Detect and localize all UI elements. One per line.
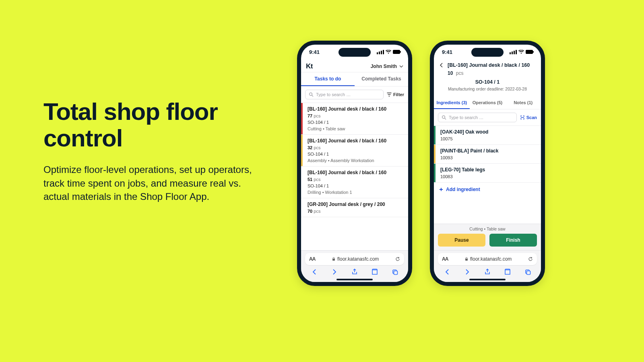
ingredient-qty: 10083 [440, 174, 536, 179]
url-bar[interactable]: AA floor.katanasfc.com [438, 253, 537, 265]
filter-label: Filter [393, 92, 404, 97]
notch [471, 48, 504, 57]
add-ingredient-button[interactable]: Add ingredient [434, 183, 541, 196]
wifi-icon [518, 50, 524, 54]
tab-tasks-to-do[interactable]: Tasks to do [301, 72, 355, 86]
status-stripe [301, 198, 303, 217]
search-placeholder: Type to search … [449, 115, 483, 120]
back-arrow-icon[interactable] [439, 62, 444, 68]
chevron-down-icon [399, 64, 403, 68]
task-title: [GR-200] Journal desk / grey / 200 [308, 202, 403, 207]
status-stripe [434, 164, 436, 182]
status-stripe [301, 103, 303, 134]
task-title: [BL-160] Journal desk / black / 160 [308, 138, 403, 144]
ingredient-name: [LEG-70] Table legs [440, 167, 536, 173]
tab-notes[interactable]: Notes (1) [505, 97, 541, 109]
task-operation: Assembly • Assembly Workstation [308, 158, 403, 163]
ingredient-qty: 10075 [440, 136, 536, 141]
svg-rect-7 [527, 271, 530, 275]
scan-icon [520, 115, 525, 120]
url-text: floor.katanasfc.com [470, 256, 512, 262]
bookmarks-icon[interactable] [504, 268, 511, 276]
detail-unit: pcs [456, 70, 464, 76]
battery-icon [526, 50, 533, 54]
task-so: SO-104 / 1 [308, 183, 403, 188]
tabs-icon[interactable] [524, 268, 531, 276]
reload-icon[interactable] [395, 257, 400, 261]
scan-button[interactable]: Scan [520, 115, 537, 120]
home-indicator [469, 279, 506, 280]
task-qty: 51 pcs [308, 177, 403, 182]
svg-point-0 [310, 93, 312, 96]
detail-title: [BL-160] Journal desk / black / 160 [448, 62, 530, 68]
search-input[interactable]: Type to search … [305, 90, 384, 99]
reload-icon[interactable] [528, 257, 533, 261]
search-input[interactable]: Type to search … [438, 113, 517, 122]
task-title: [BL-160] Journal desk / black / 160 [308, 170, 403, 175]
share-icon[interactable] [484, 268, 491, 276]
status-time: 9:41 [442, 49, 452, 55]
text-size-button[interactable]: AA [442, 256, 448, 262]
subheadline: Optimize floor-level operations, set up … [43, 163, 261, 204]
task-row[interactable]: [BL-160] Journal desk / black / 16051 pc… [301, 167, 408, 198]
search-icon [309, 92, 314, 97]
task-so: SO-104 / 1 [308, 120, 403, 125]
ingredient-qty: 10093 [440, 155, 536, 160]
task-qty: 32 pcs [308, 145, 403, 150]
tabs-icon[interactable] [391, 268, 398, 276]
share-icon[interactable] [351, 268, 358, 276]
bookmarks-icon[interactable] [371, 268, 378, 276]
ingredient-row[interactable]: [LEG-70] Table legs10083 [434, 164, 541, 183]
task-row[interactable]: [BL-160] Journal desk / black / 16077 pc… [301, 103, 408, 135]
back-icon[interactable] [444, 268, 451, 276]
signal-icon [510, 50, 517, 54]
task-row[interactable]: [BL-160] Journal desk / black / 16032 pc… [301, 135, 408, 167]
filter-icon [387, 92, 392, 97]
detail-qty: 10 [448, 70, 453, 76]
finish-button[interactable]: Finish [489, 234, 537, 247]
status-stripe [434, 145, 436, 163]
phone-right: 9:41 [BL-160] Journal desk / black / 160… [430, 41, 545, 286]
svg-rect-1 [332, 259, 335, 261]
headline: Total shop floor control [43, 99, 261, 152]
operation-label: Cutting • Table saw [438, 226, 537, 231]
status-stripe [301, 167, 303, 198]
url-text: floor.katanasfc.com [337, 256, 379, 262]
task-operation: Drilling • Workstation 1 [308, 190, 403, 195]
url-bar[interactable]: AA floor.katanasfc.com [305, 253, 404, 265]
search-icon [442, 115, 446, 120]
user-menu[interactable]: John Smith [371, 64, 403, 69]
svg-point-4 [442, 116, 445, 119]
tab-completed-tasks[interactable]: Completed Tasks [355, 72, 408, 86]
app-logo: Kt [306, 62, 313, 70]
ingredients-list[interactable]: [OAK-240] Oak wood10075[PAINT-BLA] Paint… [434, 126, 541, 183]
ingredient-row[interactable]: [PAINT-BLA] Paint / black10093 [434, 145, 541, 164]
task-row[interactable]: [GR-200] Journal desk / grey / 20070 pcs [301, 198, 408, 217]
forward-icon[interactable] [331, 268, 338, 276]
ingredient-row[interactable]: [OAK-240] Oak wood10075 [434, 126, 541, 145]
status-stripe [434, 126, 436, 144]
task-list[interactable]: [BL-160] Journal desk / black / 16077 pc… [301, 103, 408, 217]
text-size-button[interactable]: AA [309, 256, 315, 262]
tab-operations[interactable]: Operations (5) [470, 97, 506, 109]
svg-rect-3 [394, 271, 398, 275]
plus-icon [439, 187, 444, 192]
tab-ingredients[interactable]: Ingredients (3) [434, 97, 470, 109]
pause-button[interactable]: Pause [438, 234, 485, 247]
add-ingredient-label: Add ingredient [446, 187, 480, 192]
user-name: John Smith [371, 64, 397, 69]
forward-icon[interactable] [464, 268, 471, 276]
detail-so: SO-104 / 1 [439, 79, 536, 85]
lock-icon [464, 257, 469, 261]
phone-left: 9:41 Kt John Smith Tasks to do [297, 41, 412, 286]
home-indicator [336, 279, 373, 280]
signal-icon [377, 50, 384, 54]
notch [339, 48, 371, 57]
ingredient-name: [PAINT-BLA] Paint / black [440, 148, 536, 154]
filter-button[interactable]: Filter [387, 92, 404, 97]
wifi-icon [386, 50, 391, 54]
svg-rect-5 [465, 259, 468, 261]
ingredient-name: [OAK-240] Oak wood [440, 129, 536, 135]
task-so: SO-104 / 1 [308, 152, 403, 156]
back-icon[interactable] [311, 268, 318, 276]
